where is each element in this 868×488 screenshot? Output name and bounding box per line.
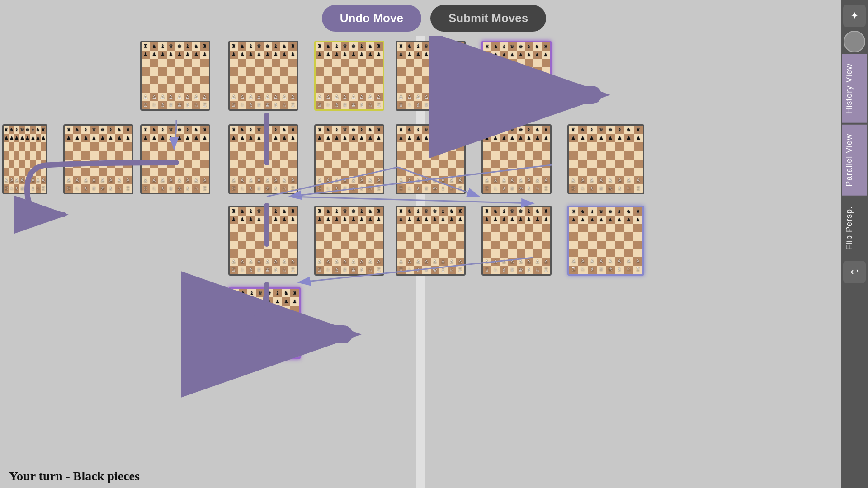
board-cell[interactable] <box>517 168 525 176</box>
board-cell[interactable]: ♙ <box>255 176 264 185</box>
board-cell[interactable] <box>366 168 375 176</box>
board-cell[interactable]: ♖ <box>569 266 578 274</box>
board-cell[interactable] <box>508 241 517 249</box>
board-cell[interactable] <box>397 224 406 232</box>
board-cell[interactable] <box>358 232 366 241</box>
board-cell[interactable] <box>491 84 500 92</box>
board-cell[interactable]: ♟ <box>158 51 167 59</box>
board-cell[interactable]: ♟ <box>624 134 634 143</box>
board-cell[interactable] <box>341 67 349 76</box>
board-cell[interactable] <box>150 168 159 176</box>
board-cell[interactable] <box>483 168 491 176</box>
board-cell[interactable]: ♙ <box>36 176 41 185</box>
board-cell[interactable]: ♙ <box>288 176 297 185</box>
board-cell[interactable] <box>349 232 358 241</box>
board-cell[interactable] <box>142 76 150 84</box>
board-cell[interactable]: ♟ <box>272 134 280 143</box>
board-cell[interactable]: ♗ <box>246 101 255 109</box>
board-cell[interactable]: ♟ <box>483 216 491 224</box>
board-cell[interactable] <box>9 151 14 160</box>
board-cell[interactable]: ♘ <box>150 184 159 193</box>
board-cell[interactable]: ♟ <box>397 216 406 224</box>
board-cell[interactable]: ♘ <box>448 266 456 274</box>
board-cell[interactable] <box>9 168 14 176</box>
board-cell[interactable] <box>324 160 333 168</box>
board-cell[interactable]: ♘ <box>324 101 333 109</box>
board-cell[interactable] <box>238 142 247 151</box>
board-cell[interactable]: ♙ <box>349 258 358 266</box>
board-cell[interactable] <box>255 151 264 160</box>
board-cell[interactable] <box>73 168 82 176</box>
board-cell[interactable]: ♝ <box>615 207 624 216</box>
board-cell[interactable] <box>324 249 333 258</box>
board-cell[interactable]: ♟ <box>81 134 90 143</box>
board-cell[interactable]: ♗ <box>272 184 280 193</box>
board-cell[interactable] <box>238 241 247 249</box>
board-cell[interactable] <box>349 151 358 160</box>
board-cell[interactable] <box>525 76 533 84</box>
board-cell[interactable]: ♝ <box>158 126 167 134</box>
board-cell[interactable] <box>288 59 297 67</box>
board-cell[interactable]: ♟ <box>491 216 500 224</box>
board-cell[interactable] <box>397 168 406 176</box>
board-cell[interactable]: ♜ <box>633 207 642 216</box>
board-cell[interactable]: ♔ <box>99 184 107 193</box>
board-cell[interactable] <box>41 142 46 151</box>
board-cell[interactable]: ♝ <box>81 126 90 134</box>
board-cell[interactable] <box>397 142 406 151</box>
board-cell[interactable] <box>615 160 625 168</box>
board-cell[interactable] <box>525 160 533 168</box>
board-cell[interactable]: ♘ <box>578 266 587 274</box>
board-cell[interactable] <box>255 142 264 151</box>
board-cell[interactable] <box>341 232 349 241</box>
board-cell[interactable]: ♙ <box>142 93 150 101</box>
board-cell[interactable] <box>150 84 159 93</box>
board-cell[interactable]: ♙ <box>542 176 550 185</box>
board-cell[interactable] <box>456 160 464 168</box>
board-cell[interactable]: ♖ <box>374 184 383 193</box>
board-cell[interactable] <box>533 67 541 75</box>
board-cell[interactable] <box>542 249 550 258</box>
board-cell[interactable] <box>167 59 175 67</box>
board-cell[interactable]: ♞ <box>406 42 414 51</box>
board-cell[interactable] <box>65 151 73 160</box>
board-cell[interactable]: ♙ <box>615 176 625 185</box>
board-cell[interactable] <box>542 84 550 92</box>
board-cell[interactable] <box>578 142 588 151</box>
board-cell[interactable]: ♙ <box>272 93 280 101</box>
board-cell[interactable]: ♙ <box>280 93 289 101</box>
board-cell[interactable]: ♝ <box>30 126 36 134</box>
board-cell[interactable]: ♟ <box>456 134 464 143</box>
board-cell[interactable] <box>332 142 341 151</box>
board-cell[interactable]: ♛ <box>19 126 25 134</box>
board-cell[interactable] <box>624 249 633 257</box>
board-cell[interactable] <box>280 76 289 84</box>
board-cell[interactable]: ♙ <box>107 176 115 185</box>
board-cell[interactable]: ♖ <box>374 266 383 274</box>
board-cell[interactable]: ♙ <box>167 176 175 185</box>
board-cell[interactable] <box>192 59 201 67</box>
board-cell[interactable] <box>81 160 90 168</box>
board-cell[interactable] <box>239 314 247 323</box>
board-cell[interactable]: ♜ <box>316 42 324 51</box>
board-cell[interactable]: ♙ <box>500 92 508 100</box>
board-cell[interactable] <box>81 168 90 176</box>
board-cell[interactable]: ♘ <box>115 184 124 193</box>
board-cell[interactable]: ♙ <box>324 258 333 266</box>
board-cell[interactable]: ♚ <box>517 126 525 134</box>
board-cell[interactable]: ♟ <box>341 216 349 224</box>
board-cell[interactable] <box>439 76 448 84</box>
board-cell[interactable]: ♛ <box>167 126 175 134</box>
board-cell[interactable] <box>200 160 209 168</box>
board-cell[interactable]: ♛ <box>422 207 431 216</box>
board-cell[interactable]: ♔ <box>264 184 272 193</box>
board-cell[interactable] <box>491 249 500 258</box>
board-cell[interactable] <box>491 67 500 75</box>
board-cell[interactable]: ♞ <box>239 289 247 297</box>
board-cell[interactable] <box>606 232 615 240</box>
board-cell[interactable] <box>414 241 422 249</box>
board-cell[interactable] <box>406 168 414 176</box>
board-cell[interactable]: ♔ <box>517 101 525 109</box>
board-cell[interactable]: ♖ <box>123 184 132 193</box>
board-cell[interactable]: ♟ <box>316 216 324 224</box>
